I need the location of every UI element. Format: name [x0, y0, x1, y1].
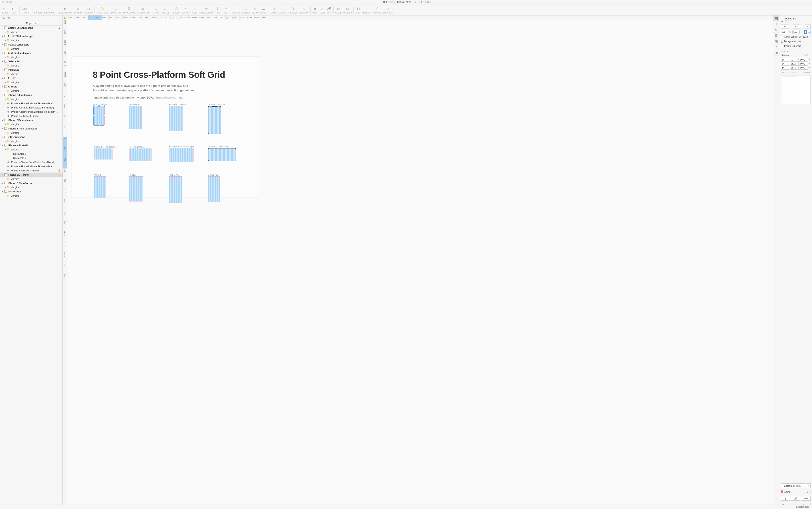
- artboard-label[interactable]: iP8-Landscape: [129, 146, 144, 148]
- disclosure-triangle[interactable]: ▸: [4, 195, 7, 197]
- adjust-checkbox[interactable]: [781, 36, 783, 38]
- tool-zoom[interactable]: 25%⌄Zoom: [22, 6, 31, 14]
- disclosure-triangle[interactable]: ▸: [1, 60, 4, 63]
- presets-edit-icon[interactable]: ✎: [807, 54, 808, 56]
- layer-row[interactable]: ◆iPhone X/Home Indicator/Home Indicator …: [0, 101, 63, 105]
- disclosure-triangle[interactable]: ▸: [1, 52, 4, 54]
- disclosure-triangle[interactable]: ▸: [4, 81, 7, 83]
- disclosure-triangle[interactable]: ▾: [1, 144, 4, 146]
- disclosure-triangle[interactable]: ▸: [4, 31, 7, 33]
- tool-text[interactable]: TText: [215, 6, 220, 14]
- inspector-tab-image[interactable]: ▣: [773, 50, 779, 56]
- artboard-label[interactable]: iPhone SE-Landscape: [94, 146, 116, 148]
- disclosure-triangle[interactable]: ▸: [4, 56, 7, 58]
- layer-row[interactable]: ▾iPhone X-Portrait: [0, 143, 63, 147]
- layer-row[interactable]: ◆iPhone X/Status Bars/Status Bar (Black): [0, 105, 63, 110]
- layer-row[interactable]: ◆iPhone X/iPhone X Frame: [0, 114, 63, 118]
- h-input[interactable]: 568: [792, 30, 800, 34]
- preset-prefix[interactable]: @3x: [790, 66, 799, 70]
- lock-icon[interactable]: 🔒: [58, 169, 61, 172]
- layer-row[interactable]: ▸Galaxy S8-Landscape🔒: [0, 26, 63, 30]
- disclosure-triangle[interactable]: ▸: [4, 178, 7, 180]
- inspector-tab-layers[interactable]: ▦: [773, 38, 779, 44]
- export-specs-button[interactable]: Export Specs: [796, 506, 810, 508]
- disclosure-triangle[interactable]: ▸: [1, 77, 4, 79]
- tool-scale[interactable]: ⤢Scale: [320, 6, 325, 14]
- tool-union[interactable]: ⋃Union: [356, 6, 361, 14]
- layer-row[interactable]: ▸📁Margins: [0, 46, 63, 51]
- tool-intersect[interactable]: ⋂Intersect: [373, 6, 381, 14]
- layer-row[interactable]: ▸iPhone SE-Portrait: [0, 173, 63, 177]
- disclosure-triangle[interactable]: ▾: [4, 148, 7, 151]
- layer-row[interactable]: ▸📁Margins: [0, 185, 63, 189]
- tool-symbols[interactable]: ◇Symbols: [74, 6, 82, 14]
- tool-group[interactable]: ⊡Group: [153, 6, 159, 14]
- export-share-button[interactable]: ⤴: [806, 483, 811, 488]
- layer-row[interactable]: ◆iPhone X/Home Indicator/Home Indicator …: [0, 164, 63, 168]
- inspector-tab-settings[interactable]: ⚙: [773, 27, 779, 33]
- tool-edit[interactable]: ✎Edit: [224, 6, 229, 14]
- x-input[interactable]: -753: [781, 25, 789, 29]
- include-checkbox[interactable]: [781, 45, 783, 47]
- export-selected-button[interactable]: Export Selected...: [781, 483, 805, 488]
- w-input[interactable]: 320: [781, 30, 788, 34]
- preset-format[interactable]: PNG: [799, 58, 808, 62]
- close-window[interactable]: [2, 1, 4, 3]
- artboard[interactable]: [169, 176, 182, 203]
- artboard-label[interactable]: iPhone X-Landscape: [208, 145, 228, 148]
- layer-row[interactable]: ▸📁Margins: [0, 122, 63, 126]
- tool-ungroup[interactable]: ⊟Ungroup: [161, 6, 169, 14]
- tool-difference[interactable]: △Difference: [383, 6, 393, 14]
- artboard[interactable]: [129, 176, 143, 201]
- tool-subtract[interactable]: −Subtract: [279, 6, 287, 14]
- layer-row[interactable]: ▸📁Margins: [0, 194, 63, 198]
- disclosure-triangle[interactable]: ▸: [4, 90, 7, 92]
- presets-settings-icon[interactable]: ≡: [805, 54, 806, 56]
- tool-group[interactable]: ⊡Group: [335, 6, 341, 14]
- disclosure-triangle[interactable]: ▸: [1, 86, 4, 88]
- artboard-label[interactable]: iPhone X-Portrait: [208, 103, 225, 106]
- layer-row[interactable]: ◆iPhone X/Home Indicator/Home Indicator …: [0, 110, 63, 114]
- anima-tab-2[interactable]: 🔗: [791, 496, 801, 501]
- layer-row[interactable]: Rectangle 7: [0, 156, 63, 160]
- add-page-button[interactable]: +: [59, 16, 61, 20]
- artboard[interactable]: [94, 148, 113, 160]
- tool-forward[interactable]: →Forward: [34, 6, 42, 14]
- anima-link-icon[interactable]: ↗: [804, 491, 806, 493]
- title-dropdown-icon[interactable]: ⌄: [430, 1, 432, 3]
- preset-prefix[interactable]: ...: [790, 58, 799, 62]
- inspector-tab-align[interactable]: ▤: [773, 15, 779, 21]
- canvas-area[interactable]: 🔒 -600-400-20002004006008001,0001,2001,4…: [63, 15, 773, 509]
- status-more[interactable]: ⋯: [789, 506, 793, 508]
- tool-mask[interactable]: ▣Mask: [312, 6, 318, 14]
- y-input[interactable]: 243: [793, 25, 801, 29]
- artboard[interactable]: [94, 106, 105, 126]
- disclosure-triangle[interactable]: ▸: [4, 98, 7, 100]
- ruler-vertical[interactable]: -2,200-2,000-1,800-1,600-1,400-1,200-1,0…: [63, 20, 67, 509]
- disclosure-triangle[interactable]: ▸: [4, 140, 7, 142]
- layer-row[interactable]: ▸📁Margins: [0, 89, 63, 93]
- layer-row[interactable]: ▸Android-Landscape: [0, 51, 63, 55]
- inspector-tab-list[interactable]: ☰: [773, 33, 779, 38]
- layer-row[interactable]: ▸📁Margins: [0, 139, 63, 143]
- canvas[interactable]: 8 Point Cross-Platform Soft Grid A layou…: [67, 20, 773, 509]
- disclosure-triangle[interactable]: ▸: [1, 69, 4, 71]
- tool-backward[interactable]: ←Backward: [44, 6, 54, 14]
- layer-row[interactable]: ▸Pixel 2 XL-Landscape: [0, 34, 63, 38]
- tool-subtract[interactable]: −Subtract: [363, 6, 371, 14]
- orientation-toggle[interactable]: ▮ ▭: [804, 30, 811, 34]
- artboard-label[interactable]: Android: [94, 174, 101, 176]
- layer-row[interactable]: ▸📁Margins: [0, 30, 63, 34]
- preset-size[interactable]: 1x: [781, 58, 789, 62]
- disclosure-triangle[interactable]: ▸: [4, 65, 7, 67]
- landscape-toggle[interactable]: ▭: [807, 30, 811, 34]
- preset-remove[interactable]: ×: [808, 59, 811, 61]
- device-selector[interactable]: iPhone SE 320x568 ⌄: [781, 17, 811, 23]
- tool-ungroup[interactable]: ⊟Ungroup: [343, 6, 352, 14]
- artboard[interactable]: [169, 106, 183, 131]
- disclosure-triangle[interactable]: ▸: [1, 27, 4, 29]
- tool-union[interactable]: ⋃Union: [271, 6, 276, 14]
- layer-row[interactable]: ▸Pixel 2 XL: [0, 68, 63, 72]
- disclosure-triangle[interactable]: ▸: [1, 35, 4, 37]
- disclosure-triangle[interactable]: ▸: [4, 48, 7, 50]
